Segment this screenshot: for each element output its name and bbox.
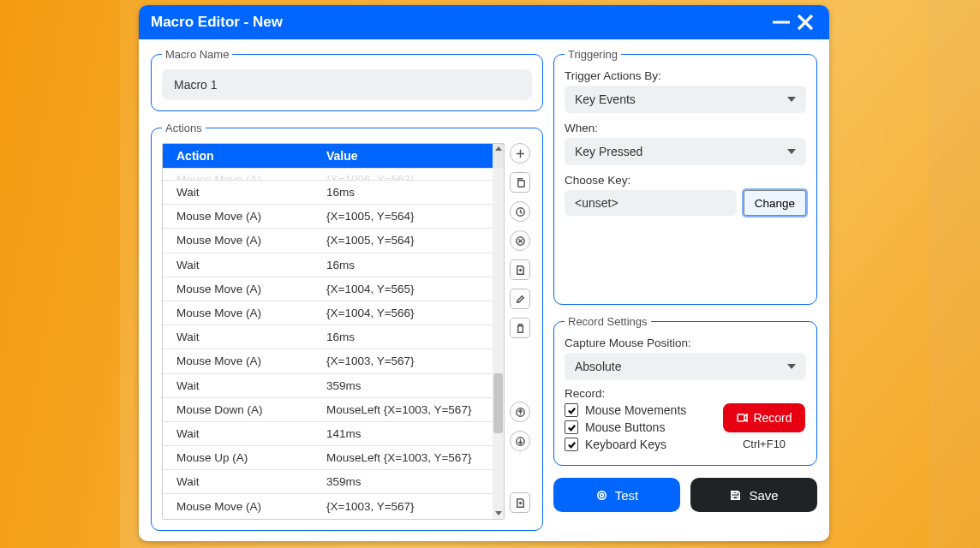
test-button[interactable]: Test: [553, 478, 680, 512]
record-icon: [736, 412, 748, 424]
cell-action: Mouse Move (A): [163, 234, 321, 247]
table-row[interactable]: Mouse Move (A){X=1003, Y=567}: [163, 348, 504, 372]
cell-value: MouseLeft {X=1003, Y=567}: [321, 403, 504, 416]
record-check[interactable]: Mouse Buttons: [565, 420, 714, 434]
svg-point-6: [598, 491, 606, 498]
cell-action: Mouse Move (A): [163, 307, 321, 319]
scrollbar-track[interactable]: [493, 168, 504, 519]
cell-action: Wait: [163, 186, 321, 199]
record-settings-legend: Record Settings: [565, 315, 651, 328]
cell-action: Wait: [163, 259, 321, 271]
cell-value: 16ms: [321, 186, 504, 199]
table-row[interactable]: Mouse Move (A){X=1004, Y=566}: [163, 301, 504, 325]
trigger-by-value[interactable]: Key Events: [565, 86, 806, 113]
export-action-button[interactable]: [510, 492, 530, 513]
move-down-button[interactable]: [510, 431, 530, 451]
move-up-button[interactable]: [510, 402, 530, 422]
capture-select[interactable]: Absolute: [565, 353, 806, 380]
save-icon: [729, 489, 742, 502]
record-checks: Mouse MovementsMouse ButtonsKeyboard Key…: [565, 403, 714, 455]
when-label: When:: [565, 122, 806, 134]
add-action-button[interactable]: [510, 143, 530, 164]
cell-value: {X=1003, Y=567}: [321, 354, 504, 367]
check-label: Mouse Movements: [585, 403, 686, 417]
table-row[interactable]: Wait16ms: [163, 253, 504, 277]
save-label: Save: [749, 488, 778, 503]
cell-action: Wait: [163, 331, 321, 343]
col-action: Action: [163, 149, 321, 163]
table-row[interactable]: Mouse Move (A){X=1006, Y=563}: [163, 168, 504, 180]
record-check[interactable]: Mouse Movements: [565, 403, 714, 417]
table-row[interactable]: Mouse Move (A){X=1003, Y=567}: [163, 493, 504, 517]
record-settings-group: Record Settings Capture Mouse Position: …: [553, 315, 817, 466]
cell-value: 16ms: [321, 331, 504, 343]
table-row[interactable]: Wait359ms: [163, 373, 504, 397]
footer-buttons: Test Save: [553, 478, 817, 512]
titlebar[interactable]: Macro Editor - New: [139, 5, 829, 39]
table-row[interactable]: Wait141ms: [163, 421, 504, 445]
test-label: Test: [615, 488, 639, 503]
scroll-down-icon[interactable]: [493, 508, 504, 519]
actions-toolbar: [510, 143, 532, 520]
edit-action-button[interactable]: [510, 289, 530, 309]
cell-action: Mouse Move (A): [163, 283, 321, 295]
trigger-by-label: Trigger Actions By:: [565, 69, 806, 82]
table-row[interactable]: Mouse Move (A){X=1004, Y=565}: [163, 277, 504, 301]
cell-value: {X=1004, Y=566}: [321, 307, 504, 319]
time-action-button[interactable]: [510, 201, 530, 222]
save-button[interactable]: Save: [690, 478, 817, 512]
cell-action: Mouse Up (A): [163, 451, 321, 464]
scroll-up-icon[interactable]: [493, 144, 504, 168]
triggering-legend: Triggering: [565, 48, 621, 61]
cell-action: Mouse Move (A): [163, 354, 321, 367]
macro-name-group: Macro Name: [151, 48, 543, 111]
choose-key-label: Choose Key:: [565, 174, 806, 187]
capture-label: Capture Mouse Position:: [565, 337, 806, 349]
capture-value[interactable]: Absolute: [565, 353, 806, 380]
copy-action-button[interactable]: [510, 172, 530, 193]
macro-editor-window: Macro Editor - New Macro Name Actions Ac…: [139, 5, 829, 541]
delete-action-button[interactable]: [510, 230, 530, 251]
change-key-button[interactable]: Change: [744, 190, 806, 216]
scrollbar-thumb[interactable]: [493, 373, 503, 433]
trash-action-button[interactable]: [510, 318, 530, 338]
cell-value: 359ms: [321, 379, 504, 392]
window-title: Macro Editor - New: [151, 14, 769, 31]
table-row[interactable]: Mouse Move (A){X=1005, Y=564}: [163, 228, 504, 252]
check-label: Keyboard Keys: [585, 438, 666, 451]
actions-body[interactable]: Mouse Move (A){X=1006, Y=563}Wait16msMou…: [163, 168, 504, 519]
actions-legend: Actions: [162, 122, 206, 134]
cell-value: MouseLeft {X=1003, Y=567}: [321, 451, 504, 464]
cell-value: 359ms: [321, 475, 504, 488]
when-select[interactable]: Key Pressed: [565, 138, 806, 165]
table-row[interactable]: Mouse Down (A)MouseLeft {X=1003, Y=567}: [163, 397, 504, 421]
svg-rect-5: [738, 414, 744, 421]
cell-value: {X=1006, Y=563}: [321, 173, 504, 180]
when-value[interactable]: Key Pressed: [565, 138, 806, 165]
cell-action: Wait: [163, 427, 321, 440]
cell-value: {X=1005, Y=564}: [321, 234, 504, 247]
actions-table[interactable]: Action Value Mouse Move (A){X=1006, Y=56…: [162, 143, 505, 520]
record-check[interactable]: Keyboard Keys: [565, 438, 714, 451]
test-icon: [595, 489, 608, 502]
checkbox-icon: [565, 420, 578, 434]
checkbox-icon: [565, 403, 578, 417]
svg-point-7: [600, 493, 603, 497]
cell-action: Mouse Move (A): [163, 500, 321, 513]
cell-action: Mouse Move (A): [163, 210, 321, 223]
table-row[interactable]: Wait16ms: [163, 325, 504, 348]
triggering-group: Triggering Trigger Actions By: Key Event…: [553, 48, 817, 305]
trigger-by-select[interactable]: Key Events: [565, 86, 806, 113]
macro-name-input[interactable]: [162, 69, 532, 100]
checkbox-icon: [565, 438, 578, 451]
svg-rect-0: [517, 180, 523, 186]
insert-file-button[interactable]: [510, 259, 530, 280]
record-button[interactable]: Record: [723, 403, 805, 432]
close-button[interactable]: [793, 10, 817, 34]
table-row[interactable]: Mouse Move (A){X=1005, Y=564}: [163, 204, 504, 228]
minimize-button[interactable]: [769, 10, 793, 34]
table-row[interactable]: Wait359ms: [163, 469, 504, 493]
cell-action: Wait: [163, 475, 321, 488]
table-row[interactable]: Mouse Up (A)MouseLeft {X=1003, Y=567}: [163, 445, 504, 469]
table-row[interactable]: Wait16ms: [163, 180, 504, 204]
